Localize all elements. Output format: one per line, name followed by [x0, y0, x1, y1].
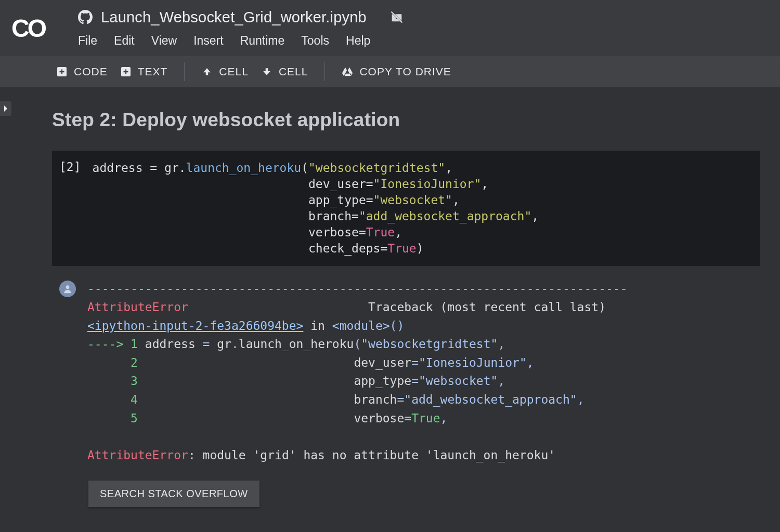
app-header: CO Launch_Websocket_Grid_worker.ipynb Fi…	[0, 0, 780, 56]
traceback-link[interactable]: <ipython-input-2-fe3a266094be>	[87, 319, 303, 332]
code-cell[interactable]: [2] address = gr.launch_on_heroku("webso…	[52, 151, 760, 266]
copy-to-drive-button[interactable]: COPY TO DRIVE	[342, 65, 451, 78]
colab-logo-icon: CO	[11, 14, 45, 43]
notebook-content: Step 2: Deploy websocket application [2]…	[32, 87, 780, 532]
execution-count: [2]	[59, 160, 81, 257]
toolbar: CODE TEXT CELL CELL COPY TO DRIVE	[0, 56, 780, 87]
arrow-down-icon	[261, 66, 272, 77]
plus-icon	[120, 66, 132, 77]
search-stack-overflow-button[interactable]: SEARCH STACK OVERFLOW	[88, 481, 259, 507]
add-text-label: TEXT	[138, 65, 168, 78]
section-heading: Step 2: Deploy websocket application	[52, 109, 760, 131]
arrow-up-icon	[201, 66, 213, 77]
cell-up-button[interactable]: CELL	[201, 65, 249, 78]
menu-insert[interactable]: Insert	[193, 34, 224, 48]
cell-output: ----------------------------------------…	[52, 280, 760, 464]
sidebar-toggle[interactable]	[0, 101, 11, 116]
menu-help[interactable]: Help	[346, 34, 370, 48]
github-icon	[78, 10, 93, 24]
toolbar-separator	[184, 62, 185, 81]
cell-down-label: CELL	[279, 65, 308, 78]
add-code-button[interactable]: CODE	[56, 65, 108, 78]
drive-icon	[342, 66, 353, 77]
traceback-output: ----------------------------------------…	[87, 280, 760, 464]
cell-down-button[interactable]: CELL	[261, 65, 308, 78]
menu-tools[interactable]: Tools	[301, 34, 329, 48]
cell-up-label: CELL	[219, 65, 249, 78]
code-editor[interactable]: address = gr.launch_on_heroku("websocket…	[93, 160, 539, 257]
svg-point-6	[66, 286, 70, 289]
notebook-title[interactable]: Launch_Websocket_Grid_worker.ipynb	[101, 9, 367, 26]
menu-view[interactable]: View	[151, 34, 177, 48]
copy-to-drive-label: COPY TO DRIVE	[359, 65, 451, 78]
logo-area: CO	[0, 0, 56, 56]
menu-file[interactable]: File	[78, 34, 97, 48]
add-text-button[interactable]: TEXT	[120, 65, 168, 78]
menu-runtime[interactable]: Runtime	[240, 34, 285, 48]
title-row: Launch_Websocket_Grid_worker.ipynb	[56, 6, 780, 28]
user-avatar-icon	[59, 281, 76, 297]
plus-icon	[56, 66, 68, 77]
menu-bar: File Edit View Insert Runtime Tools Help	[56, 28, 780, 53]
toolbar-separator	[324, 62, 325, 81]
menu-edit[interactable]: Edit	[114, 34, 135, 48]
header-main: Launch_Websocket_Grid_worker.ipynb File …	[56, 0, 780, 56]
add-code-label: CODE	[74, 65, 108, 78]
no-camera-icon	[389, 10, 404, 24]
